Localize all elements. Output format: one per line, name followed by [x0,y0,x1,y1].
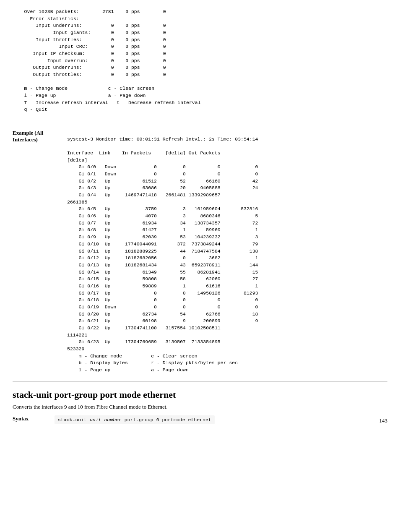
example-section: Example (All Interfaces) systest-3 Monit… [13,129,387,374]
stack-unit-desc: Converts the interfaces 9 and 10 from Fi… [13,404,387,410]
divider-2 [13,381,387,382]
stack-unit-section: stack-unit port-group port mode ethernet… [13,389,387,424]
monitor-line: systest-3 Monitor time: 00:01:31 Refresh… [67,136,258,142]
page-number: 143 [379,417,388,424]
example-label-text: Example (All Interfaces) [13,130,43,143]
syntax-row: Syntax stack-unit unit number port-group… [13,415,387,424]
example-monitor-block: systest-3 Monitor time: 00:01:31 Refresh… [67,129,387,374]
page-container: Over 1023B packets: 2781 0 pps 0 Error s… [13,8,387,424]
example-content: systest-3 Monitor time: 00:01:31 Refresh… [67,129,387,374]
example-label: Example (All Interfaces) [13,129,67,374]
divider-1 [13,121,387,121]
stack-unit-title: stack-unit port-group port mode ethernet [13,389,387,400]
syntax-code: stack-unit unit number port-group 0 port… [55,415,215,424]
error-stats-block: Over 1023B packets: 2781 0 pps 0 Error s… [13,8,387,113]
syntax-label: Syntax [13,415,46,422]
